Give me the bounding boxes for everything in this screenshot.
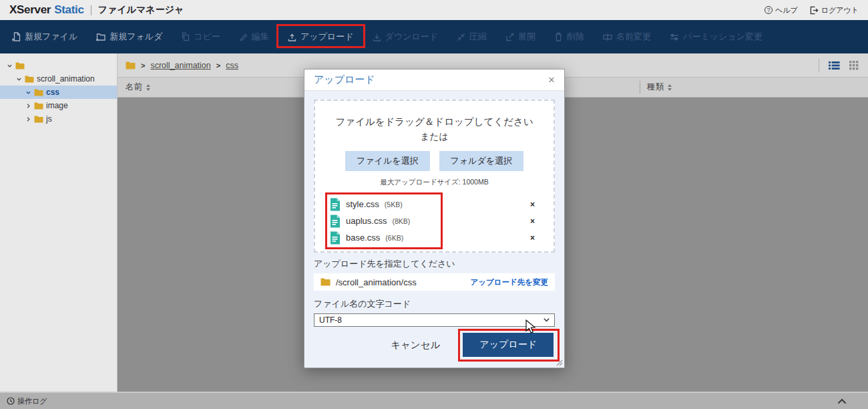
permission-icon — [670, 33, 679, 41]
tree-item-js[interactable]: js — [0, 112, 117, 126]
toolbar-button-label: アップロード — [300, 31, 354, 43]
logout-label: ログアウト — [821, 5, 859, 15]
folder-icon — [34, 102, 43, 110]
chevron-down-icon — [544, 318, 550, 322]
toolbar-button-label: コピー — [194, 31, 220, 43]
tree-item-label: image — [46, 101, 68, 110]
list-view-button[interactable] — [827, 59, 841, 72]
upload-submit-button[interactable]: アップロード — [463, 333, 554, 357]
cancel-button[interactable]: キャンセル — [391, 339, 440, 352]
queued-file-size: (8KB) — [392, 217, 410, 225]
encoding-selected-value: UTF-8 — [319, 315, 342, 325]
breadcrumb-link-scroll-animation[interactable]: scroll_animation — [150, 61, 210, 70]
queued-file-size: (6KB) — [385, 234, 403, 242]
chevron-right-icon — [25, 103, 31, 109]
toolbar-edit-button[interactable]: 編集 — [230, 20, 278, 53]
dialog-resize-handle[interactable] — [556, 360, 563, 366]
operation-log-expand-button[interactable] — [823, 398, 861, 404]
list-view-icon — [829, 61, 840, 70]
extract-icon — [505, 33, 514, 41]
chevron-down-icon — [7, 63, 13, 69]
change-destination-link[interactable]: アップロード先を変更 — [470, 277, 548, 287]
help-label: ヘルプ — [775, 5, 798, 15]
tree-item-label: js — [46, 114, 52, 124]
destination-label: アップロード先を指定してください — [314, 258, 555, 270]
resize-grip-icon — [556, 360, 563, 366]
grid-view-icon — [849, 61, 859, 70]
column-header-type[interactable]: 種類 — [640, 81, 868, 94]
view-toggles — [819, 59, 860, 72]
toolbar-button-label: パーミッション変更 — [683, 31, 763, 43]
destination-path: /scroll_animation/css — [336, 277, 417, 287]
breadcrumb-separator: > — [141, 61, 145, 70]
tree-item-scroll-animation[interactable]: scroll_animation — [0, 72, 117, 86]
folder-icon — [34, 116, 43, 123]
new-folder-icon — [96, 32, 105, 41]
remove-file-icon[interactable]: × — [530, 233, 535, 243]
toolbar-delete-button[interactable]: 削除 — [545, 20, 594, 53]
copy-icon — [181, 32, 190, 41]
grid-view-button[interactable] — [848, 59, 860, 72]
chevron-up-icon — [837, 398, 847, 404]
encoding-select[interactable]: UTF-8 — [314, 313, 555, 327]
view-toggle-divider — [819, 59, 819, 72]
logout-link[interactable]: ログアウト — [810, 5, 859, 15]
folder-icon — [25, 76, 34, 83]
queued-file-row: base.css (6KB) × — [330, 229, 546, 246]
chevron-right-icon — [25, 116, 31, 122]
tree-item-image[interactable]: image — [0, 99, 117, 112]
help-link[interactable]: ? ヘルプ — [765, 5, 798, 15]
toolbar-rename-button[interactable]: 名前変更 — [594, 20, 660, 53]
toolbar-permission-button[interactable]: パーミッション変更 — [660, 20, 772, 53]
brand-suffix: Static — [54, 3, 84, 16]
queued-file-name: base.css — [346, 233, 380, 243]
toolbar-copy-button[interactable]: コピー — [172, 20, 230, 53]
toolbar-button-label: 削除 — [567, 31, 584, 43]
toolbar-button-label: 新規フォルダ — [110, 31, 162, 43]
toolbar-download-button[interactable]: ダウンロード — [363, 20, 448, 53]
toolbar-upload-button[interactable]: アップロード — [278, 20, 363, 53]
remove-file-icon[interactable]: × — [530, 217, 535, 226]
operation-log-text: 操作ログ — [17, 396, 47, 406]
toolbar-compress-button[interactable]: 圧縮 — [447, 20, 496, 53]
queued-file-row: uaplus.css (8KB) × — [330, 213, 546, 229]
trash-icon — [554, 32, 563, 41]
upload-dialog-title: アップロード — [314, 74, 375, 86]
select-file-button[interactable]: ファイルを選択 — [345, 151, 430, 171]
tree-item-root[interactable] — [0, 59, 117, 72]
column-header-label: 種類 — [647, 82, 664, 93]
select-folder-button[interactable]: フォルダを選択 — [439, 151, 524, 171]
encoding-label: ファイル名の文字コード — [314, 298, 555, 310]
breadcrumb-root-folder-icon[interactable] — [126, 61, 136, 70]
css-file-icon — [330, 215, 341, 228]
pencil-icon — [239, 33, 248, 41]
sort-icon — [146, 84, 150, 91]
page-title: ファイルマネージャ — [98, 4, 184, 16]
sort-icon — [668, 84, 672, 91]
queued-file-row: style.css (5KB) × — [330, 196, 546, 213]
close-icon[interactable]: × — [548, 74, 555, 86]
toolbar-button-label: 新規ファイル — [25, 31, 77, 43]
queued-file-name: style.css — [346, 199, 379, 209]
app-header: XServerStatic ファイルマネージャ ? ヘルプ ログアウト — [0, 0, 868, 20]
toolbar-new-folder-button[interactable]: 新規フォルダ — [87, 20, 172, 53]
dropzone-text: ファイルをドラッグ＆ドロップしてください — [323, 116, 546, 128]
brand-name: XServer — [9, 3, 51, 16]
operation-log-bar[interactable]: 操作ログ — [0, 392, 868, 409]
toolbar-new-file-button[interactable]: 新規ファイル — [3, 20, 87, 53]
queued-file-name: uaplus.css — [346, 216, 387, 226]
toolbar-button-label: 展開 — [518, 31, 535, 43]
chevron-down-icon — [25, 90, 31, 96]
tree-item-css[interactable]: css — [0, 86, 117, 99]
remove-file-icon[interactable]: × — [530, 200, 535, 209]
toolbar-extract-button[interactable]: 展開 — [496, 20, 545, 53]
logout-icon — [810, 6, 819, 15]
upload-dialog-titlebar: アップロード × — [304, 70, 564, 91]
queued-file-size: (5KB) — [385, 200, 403, 209]
css-file-icon — [330, 231, 341, 245]
toolbar-button-label: 圧縮 — [469, 31, 487, 43]
breadcrumb-link-css[interactable]: css — [226, 61, 238, 70]
folder-tree-sidebar: scroll_animation css image js — [0, 53, 118, 392]
file-dropzone[interactable]: ファイルをドラッグ＆ドロップしてください または ファイルを選択 フォルダを選択… — [314, 100, 555, 253]
css-file-icon — [330, 198, 341, 211]
